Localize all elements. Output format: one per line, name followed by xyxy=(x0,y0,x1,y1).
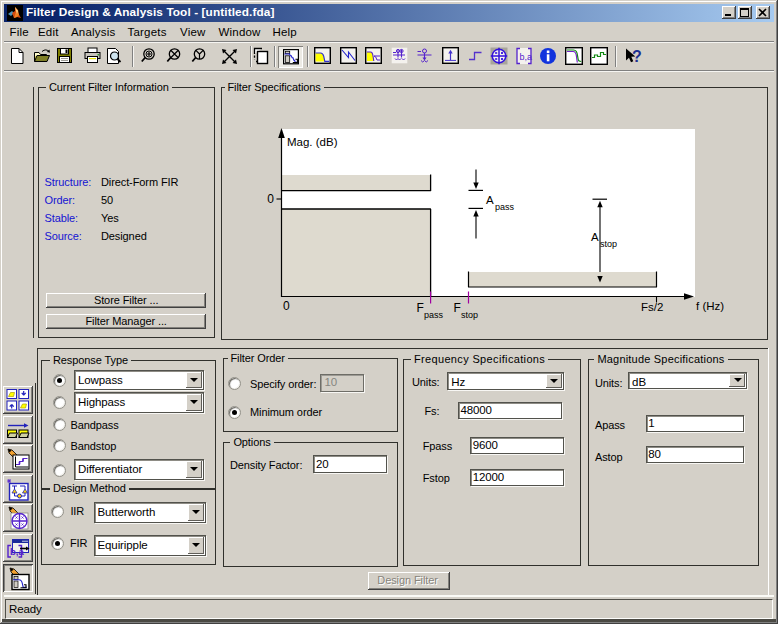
svg-text:F: F xyxy=(454,301,461,315)
svg-text:stop: stop xyxy=(600,239,617,249)
svg-text:b,a: b,a xyxy=(10,545,24,556)
svg-text:pass: pass xyxy=(424,310,444,320)
svg-text:A: A xyxy=(486,194,494,206)
svg-text:0: 0 xyxy=(283,299,290,313)
svg-text:stop: stop xyxy=(461,310,478,320)
svg-text:b,a: b,a xyxy=(519,52,532,62)
svg-text:Fs/2: Fs/2 xyxy=(641,301,663,313)
svg-text:pass: pass xyxy=(495,202,515,212)
svg-text:f (Hz): f (Hz) xyxy=(696,300,724,312)
svg-text:A: A xyxy=(591,231,599,243)
svg-text:Mag. (dB): Mag. (dB) xyxy=(287,136,338,148)
svg-text:F: F xyxy=(417,301,424,315)
svg-text:?: ? xyxy=(632,48,642,65)
svg-text:0: 0 xyxy=(267,192,274,206)
